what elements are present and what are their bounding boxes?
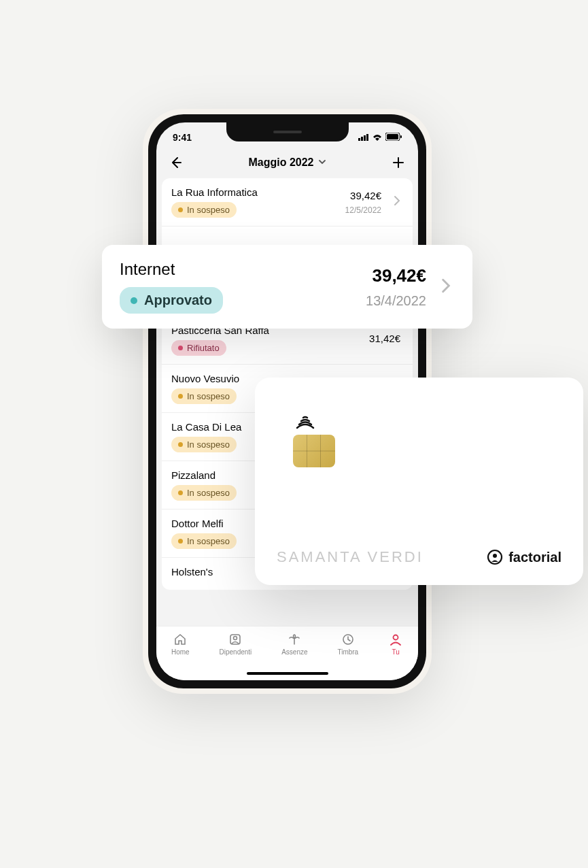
add-button[interactable] [391, 155, 406, 170]
home-indicator [247, 672, 328, 675]
screen-header: Maggio 2022 [156, 152, 418, 178]
home-icon [173, 632, 188, 647]
month-selector[interactable]: Maggio 2022 [248, 156, 326, 169]
month-label: Maggio 2022 [248, 156, 313, 169]
svg-rect-5 [387, 134, 398, 139]
chip-icon [293, 435, 335, 467]
expense-amount: 31,42€ [369, 333, 400, 344]
expense-title: La Rua Informatica [171, 186, 339, 198]
status-time: 9:41 [173, 132, 192, 143]
nav-employees[interactable]: Dipendenti [220, 632, 252, 656]
status-indicators [358, 132, 402, 143]
highlighted-expense[interactable]: Internet Approvato 39,42€ 13/4/2022 [102, 245, 472, 329]
status-badge: In sospeso [171, 202, 237, 218]
status-badge: In sospeso [171, 437, 237, 452]
bottom-nav: Home Dipendenti Assenze Timbra Tu [156, 626, 418, 680]
svg-rect-3 [366, 134, 368, 141]
svg-rect-1 [361, 137, 363, 141]
nav-clock[interactable]: Timbra [337, 632, 358, 656]
nav-absences[interactable]: Assenze [281, 632, 307, 656]
contactless-icon [293, 413, 317, 429]
signal-icon [358, 132, 369, 143]
battery-icon [385, 132, 402, 143]
svg-point-8 [234, 637, 237, 640]
nav-label: Home [171, 648, 190, 656]
chevron-right-icon [391, 195, 403, 210]
svg-point-10 [394, 635, 398, 640]
chevron-down-icon [318, 156, 326, 169]
svg-rect-0 [358, 138, 360, 141]
expense-row[interactable]: La Rua Informatica In sospeso 39,42€ 12/… [162, 178, 413, 227]
status-badge: Rifiutato [171, 340, 226, 356]
users-icon [228, 632, 243, 647]
status-badge: In sospeso [171, 388, 237, 404]
chevron-right-icon [437, 277, 455, 297]
brand-label: factorial [508, 550, 561, 565]
expense-date: 12/5/2022 [345, 205, 381, 215]
palm-icon [287, 632, 302, 647]
status-badge: In sospeso [171, 533, 237, 549]
expense-amount: 39,42€ [366, 265, 426, 286]
notch [226, 122, 349, 141]
clock-icon [341, 632, 356, 647]
status-badge: Approvato [120, 287, 223, 314]
expense-amount: 39,42€ [345, 190, 381, 201]
svg-rect-2 [364, 135, 366, 141]
nav-label: Assenze [281, 648, 307, 656]
nav-home[interactable]: Home [171, 632, 190, 656]
brand-logo: factorial [487, 549, 561, 565]
nav-label: Dipendenti [220, 648, 252, 656]
status-badge: In sospeso [171, 485, 237, 501]
nav-label: Timbra [337, 648, 358, 656]
user-icon [388, 632, 403, 647]
credit-card: SAMANTA VERDI factorial [255, 378, 583, 585]
svg-rect-6 [400, 135, 402, 138]
wifi-icon [372, 132, 383, 143]
nav-you[interactable]: Tu [388, 632, 403, 656]
expense-date: 13/4/2022 [366, 293, 426, 309]
back-button[interactable] [169, 155, 184, 170]
cardholder-name: SAMANTA VERDI [277, 548, 423, 566]
svg-point-12 [493, 554, 497, 558]
expense-title: Internet [120, 260, 366, 279]
nav-label: Tu [392, 648, 399, 656]
factorial-icon [487, 549, 503, 565]
